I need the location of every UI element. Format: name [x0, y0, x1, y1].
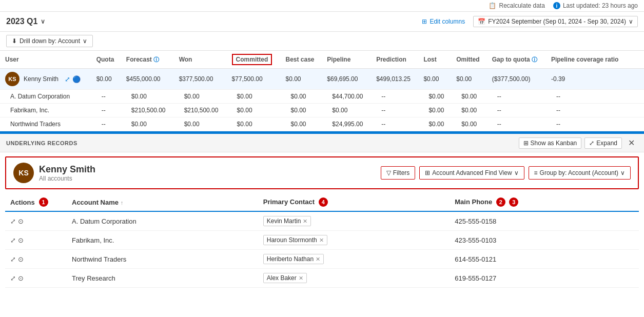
main-forecast: $455,000.00 [121, 69, 174, 90]
open-record-icon-2[interactable]: ⤢ [10, 255, 16, 263]
drill-down-button[interactable]: ⬇ Drill down by: Account ∨ [6, 35, 93, 47]
col-account-name[interactable]: Account Name ↑ [67, 193, 258, 211]
main-forecast-row: KS Kenny Smith ⤢ 🔵 $0.00 $455,000.00 $37… [0, 69, 644, 90]
ks-row: KS Kenny Smith All accounts ▽ Filters ⊞ … [5, 156, 639, 189]
open-record-icon-1[interactable]: ⤢ [10, 236, 16, 244]
underlying-section: UNDERLYING RECORDS ⊞ Show as Kanban ⤢ Ex… [0, 133, 644, 288]
remove-contact-1[interactable]: ✕ [319, 237, 324, 244]
col-pipeline: Pipeline [322, 51, 371, 69]
advanced-find-label: Account Advanced Find View [432, 169, 512, 176]
sub-user-0: A. Datum Corporation [10, 93, 70, 100]
ks-right: ▽ Filters ⊞ Account Advanced Find View ∨… [381, 166, 631, 180]
ks-avatar: KS [13, 163, 34, 183]
advanced-find-button[interactable]: ⊞ Account Advanced Find View ∨ [419, 166, 524, 180]
main-committed: $77,500.00 [227, 69, 281, 90]
fy-range-button[interactable]: 📅 FY2024 September (Sep 01, 2024 - Sep 3… [473, 16, 638, 27]
main-gap: ($377,500.00) [487, 69, 546, 90]
contact-tag-3: Alex Baker ✕ [263, 273, 307, 283]
last-updated-item: i Last updated: 23 hours ago [553, 2, 638, 9]
edit-columns-button[interactable]: ⊞ Edit columns [422, 18, 465, 25]
main-prediction: $499,013.25 [371, 69, 418, 90]
filter-icon: ▽ [386, 169, 391, 176]
top-bar: 📋 Recalculate data i Last updated: 23 ho… [0, 0, 644, 12]
period-selector[interactable]: 2023 Q1 ∨ [6, 17, 45, 26]
account-name-2: Northwind Traders [67, 250, 258, 269]
group-by-chevron: ∨ [620, 169, 625, 176]
account-name-0: A. Datum Corporation [67, 211, 258, 231]
nav-up-icon[interactable]: 🔵 [72, 75, 81, 83]
underlying-header-actions: ⊞ Show as Kanban ⤢ Expand ✕ [519, 137, 638, 149]
advanced-find-icon: ⊞ [425, 169, 430, 176]
open-record-icon-0[interactable]: ⤢ [10, 217, 16, 225]
main-quota: $0.00 [91, 69, 121, 90]
record-row-3: ⤢ ⊙ Trey Research Alex Baker ✕ 619-555-0… [5, 269, 639, 288]
more-actions-icon-2[interactable]: ⊙ [18, 255, 24, 263]
ks-left: KS Kenny Smith All accounts [13, 163, 95, 183]
main-ratio: -0.39 [546, 69, 629, 90]
main-omitted: $0.00 [451, 69, 486, 90]
col-committed: Committed [227, 51, 281, 69]
more-actions-icon-1[interactable]: ⊙ [18, 236, 24, 244]
group-by-button[interactable]: ≡ Group by: Account (Account) ∨ [529, 166, 631, 180]
open-record-icon-3[interactable]: ⤢ [10, 274, 16, 282]
drill-label: Drill down by: Account [19, 37, 80, 45]
sub-user-2: Northwind Traders [10, 121, 61, 128]
close-underlying-button[interactable]: ✕ [625, 137, 638, 149]
actions-label: Actions [10, 199, 35, 206]
group-by-label: Group by: Account (Account) [540, 169, 618, 176]
records-table-wrap: Actions 1 Account Name ↑ Primary Contact… [0, 193, 644, 288]
actions-cell-1: ⤢ ⊙ [5, 231, 67, 250]
kanban-icon: ⊞ [523, 140, 529, 147]
filters-button[interactable]: ▽ Filters [381, 166, 416, 180]
recalc-icon: 📋 [489, 2, 496, 9]
record-row-1: ⤢ ⊙ Fabrikam, Inc. Haroun Stormonth ✕ 42… [5, 231, 639, 250]
col-main-phone: Main Phone 2 3 [450, 193, 639, 211]
last-updated-label: Last updated: 23 hours ago [563, 2, 638, 9]
recalculate-item[interactable]: 📋 Recalculate data [489, 2, 544, 9]
sub-row-2: Northwind Traders -- $0.00 $0.00 $0.00 $… [0, 117, 644, 131]
col-prediction: Prediction [371, 51, 418, 69]
remove-contact-3[interactable]: ✕ [299, 275, 303, 282]
col-actions: Actions 1 [5, 193, 67, 211]
advanced-find-chevron: ∨ [514, 169, 519, 176]
show-as-kanban-button[interactable]: ⊞ Show as Kanban [519, 137, 582, 149]
remove-contact-0[interactable]: ✕ [303, 218, 307, 225]
col-user: User [0, 51, 91, 69]
filters-label: Filters [393, 169, 410, 176]
expand-user-icon[interactable]: ⤢ [65, 75, 70, 83]
underlying-header: UNDERLYING RECORDS ⊞ Show as Kanban ⤢ Ex… [0, 134, 644, 152]
sort-icon: ↑ [121, 200, 124, 206]
remove-contact-2[interactable]: ✕ [316, 256, 320, 263]
expand-button[interactable]: ⤢ Expand [584, 137, 622, 149]
sub-user-1: Fabrikam, Inc. [10, 107, 49, 114]
main-user-cell: KS Kenny Smith ⤢ 🔵 [0, 69, 91, 90]
col-gap: Gap to quota ⓘ [487, 51, 546, 69]
main-won: $377,500.00 [174, 69, 227, 90]
contact-name-0: Kevin Martin [267, 217, 301, 225]
col-quota: Quota [91, 51, 121, 69]
contact-tag-0: Kevin Martin ✕ [263, 216, 311, 226]
more-actions-icon-0[interactable]: ⊙ [18, 217, 24, 225]
fy-range-label: FY2024 September (Sep 01, 2024 - Sep 30,… [488, 18, 626, 25]
phone-2: 614-555-0121 [450, 250, 639, 269]
main-lost: $0.00 [418, 69, 451, 90]
contact-cell-2: Heriberto Nathan ✕ [258, 250, 450, 269]
info-icon: i [553, 2, 560, 9]
contact-cell-1: Haroun Stormonth ✕ [258, 231, 450, 250]
main-pipeline: $69,695.00 [322, 69, 371, 90]
badge-2: 2 [496, 197, 505, 207]
phone-1: 423-555-0103 [450, 231, 639, 250]
main-bestcase: $0.00 [280, 69, 322, 90]
edit-columns-icon: ⊞ [422, 18, 427, 25]
col-forecast: Forecast ⓘ [121, 51, 174, 69]
ks-info: Kenny Smith All accounts [39, 164, 95, 182]
expand-icon: ⤢ [589, 140, 594, 147]
committed-header: Committed [232, 54, 272, 65]
contact-tag-1: Haroun Stormonth ✕ [263, 235, 327, 245]
edit-columns-label: Edit columns [430, 18, 465, 25]
actions-cell-2: ⤢ ⊙ [5, 250, 67, 269]
phone-3: 619-555-0127 [450, 269, 639, 288]
header-row: 2023 Q1 ∨ ⊞ Edit columns 📅 FY2024 Septem… [0, 12, 644, 32]
drill-icon: ⬇ [12, 37, 17, 45]
more-actions-icon-3[interactable]: ⊙ [18, 274, 24, 282]
